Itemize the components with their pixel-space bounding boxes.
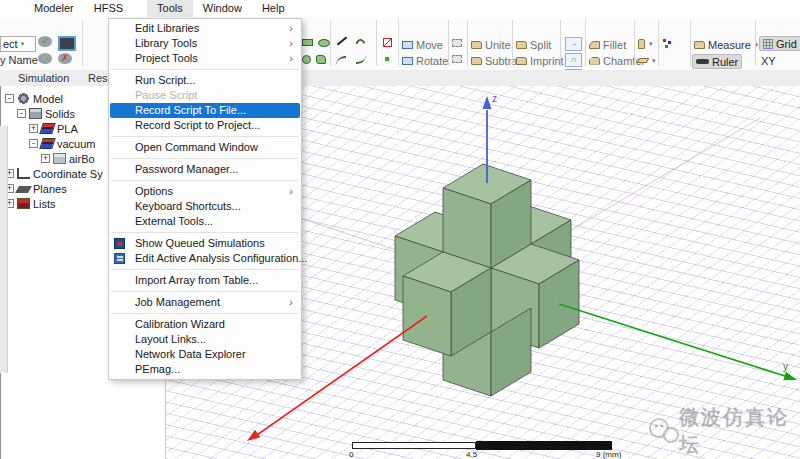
menubar-item-tools[interactable]: Tools: [147, 0, 193, 17]
chamfer-icon: [589, 57, 600, 65]
menu-item-library-tools[interactable]: Library Tools›: [109, 36, 301, 51]
tree-item-label: Solids: [45, 108, 75, 120]
detach-face-button[interactable]: ∩: [565, 53, 582, 66]
fillet-icon: [589, 41, 600, 49]
thicken-dropdown[interactable]: ▾: [638, 37, 653, 50]
menu-item-project-tools[interactable]: Project Tools›: [109, 51, 301, 66]
unite-button[interactable]: Unite: [471, 38, 511, 51]
face-arrow-button[interactable]: →: [565, 37, 582, 50]
z-axis-label: z: [492, 93, 497, 104]
rotate-button[interactable]: Rotate: [402, 54, 448, 67]
sweep-dropdown[interactable]: ▾: [638, 54, 656, 67]
scale-label-start: 0: [349, 450, 353, 459]
x-axis-arrowhead: [247, 430, 260, 441]
menubar-item-hfss[interactable]: HFSS: [84, 0, 133, 17]
duplicate-icon[interactable]: [452, 55, 462, 63]
y-axis-label: y: [783, 361, 788, 372]
polygon-icon[interactable]: [316, 55, 326, 64]
grid-plane-select[interactable]: XY: [761, 54, 776, 67]
submenu-arrow-icon: ›: [289, 21, 293, 36]
menu-item-keyboard-shortcuts[interactable]: Keyboard Shortcuts...: [109, 199, 301, 214]
menu-item-pemag[interactable]: PEmag...: [109, 362, 301, 377]
imprint-button[interactable]: Imprint: [516, 54, 564, 67]
select-type-combo[interactable]: ect ▾: [0, 36, 36, 52]
solids-icon: [29, 108, 42, 119]
material-icon: [39, 123, 56, 134]
menu-item-external-tools[interactable]: External Tools...: [109, 214, 301, 229]
wechat-logo-icon: [646, 416, 679, 446]
menu-item-show-queued-simulations[interactable]: Show Queued Simulations: [109, 236, 301, 251]
menu-item-calibration-wizard[interactable]: Calibration Wizard: [109, 317, 301, 332]
menu-bar: Modeler HFSS Tools Window Help: [0, 0, 800, 17]
move-button[interactable]: Move: [402, 38, 443, 51]
menu-separator: [111, 291, 299, 292]
menu-item-network-data-explorer[interactable]: Network Data Explorer: [109, 347, 301, 362]
measure-icon: [694, 41, 705, 49]
scale-bar-black-segment: [476, 441, 612, 450]
airbox-icon: [53, 153, 66, 164]
point-icon[interactable]: [385, 57, 389, 61]
watermark: 微波仿真论坛: [646, 404, 800, 458]
unite-icon: [471, 41, 482, 49]
menu-item-options[interactable]: Options›: [109, 184, 301, 199]
menu-item-edit-libraries[interactable]: Edit Libraries›: [109, 21, 301, 36]
menubar-item-modeler[interactable]: Modeler: [24, 0, 84, 17]
thicken-icon: [638, 39, 645, 49]
expand-icon[interactable]: +: [41, 154, 50, 163]
rectangle-icon[interactable]: [302, 39, 313, 46]
axes-icon[interactable]: [663, 39, 666, 42]
left-dock-strip: [0, 126, 8, 373]
select-faded-icon[interactable]: ✓: [38, 53, 52, 64]
measure-dropdown[interactable]: Measure ▾: [694, 38, 758, 51]
collapse-icon[interactable]: -: [17, 109, 26, 118]
split-icon: [516, 41, 527, 49]
delete-selection-icon[interactable]: ✗: [58, 53, 72, 64]
chevron-down-icon: ▾: [652, 57, 656, 65]
ellipse-icon[interactable]: [318, 39, 330, 47]
menu-item-record-script-to-project[interactable]: Record Script to Project...: [109, 118, 301, 133]
box-icon[interactable]: [383, 38, 392, 47]
menu-item-run-script[interactable]: Run Script...: [109, 73, 301, 88]
submenu-arrow-icon: ›: [289, 51, 293, 66]
move-icon: [402, 41, 413, 49]
tree-item-label: Model: [33, 93, 63, 105]
select-checked-icon[interactable]: ✓: [38, 36, 52, 47]
tree-item-label: PLA: [57, 123, 78, 135]
collapse-icon[interactable]: -: [5, 94, 14, 103]
align-icon[interactable]: [452, 39, 462, 47]
menu-item-pause-script: Pause Script: [109, 88, 301, 103]
scale-bar-white-segment: [352, 442, 476, 449]
curve-icon[interactable]: [336, 56, 346, 65]
tab-simulation[interactable]: Simulation: [18, 71, 69, 85]
menu-item-job-management[interactable]: Job Management›: [109, 295, 301, 310]
grid-icon: [763, 39, 773, 49]
sweep-icon: [637, 58, 649, 63]
rotate-icon: [402, 57, 413, 65]
menubar-item-window[interactable]: Window: [193, 0, 252, 17]
menu-item-edit-active-analysis-configuration[interactable]: Edit Active Analysis Configuration...: [109, 251, 301, 266]
collapse-icon[interactable]: -: [29, 139, 38, 148]
highlight-visibility-icon[interactable]: [58, 36, 76, 51]
spline-icon[interactable]: [356, 55, 366, 64]
line-icon[interactable]: [337, 36, 347, 45]
ruler-toggle[interactable]: Ruler: [692, 54, 742, 69]
split-button[interactable]: Split: [516, 38, 551, 51]
menubar-item-help[interactable]: Help: [252, 0, 295, 17]
expand-icon[interactable]: +: [29, 124, 38, 133]
fillet-button[interactable]: Fillet: [589, 38, 626, 51]
grid-toggle[interactable]: Grid: [759, 36, 800, 51]
arc-icon[interactable]: [354, 37, 367, 50]
submenu-arrow-icon: ›: [289, 184, 293, 199]
select-by-name-label[interactable]: y Name: [0, 54, 38, 66]
tree-item-label: vacuum: [57, 138, 96, 150]
circle-icon[interactable]: [302, 55, 311, 64]
coordinate-system-icon: [17, 168, 30, 179]
menu-item-password-manager[interactable]: Password Manager...: [109, 162, 301, 177]
z-axis-arrowhead: [483, 96, 492, 109]
submenu-arrow-icon: ›: [289, 36, 293, 51]
menu-item-import-array-from-table[interactable]: Import Array from Table...: [109, 273, 301, 288]
menu-separator: [111, 313, 299, 314]
menu-item-open-command-window[interactable]: Open Command Window: [109, 140, 301, 155]
menu-item-record-script-to-file[interactable]: Record Script To File...: [110, 103, 300, 118]
menu-item-layout-links[interactable]: Layout Links...: [109, 332, 301, 347]
